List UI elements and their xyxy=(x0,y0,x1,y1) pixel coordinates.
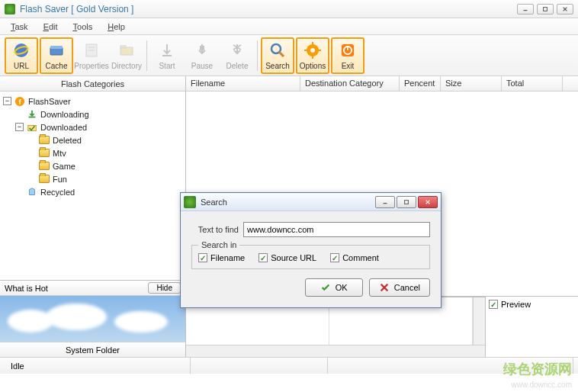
app-icon xyxy=(5,4,15,14)
x-icon xyxy=(379,282,390,293)
dialog-maximize-button[interactable] xyxy=(397,196,416,208)
search-in-group: Search in ✓Filename ✓Source URL ✓Comment xyxy=(191,245,430,269)
column-destination-category[interactable]: Destination Category xyxy=(300,76,400,91)
dialog-minimize-button[interactable] xyxy=(375,196,395,208)
window-title: Flash Saver [ Gold Version ] xyxy=(20,4,133,14)
svg-rect-14 xyxy=(200,46,201,50)
check-icon xyxy=(320,282,331,293)
maximize-button[interactable] xyxy=(537,4,554,14)
options-icon xyxy=(303,40,323,60)
toolbar-directory-button: Directory xyxy=(110,37,143,74)
props-icon xyxy=(82,40,101,60)
dialog-titlebar[interactable]: Search xyxy=(181,193,441,211)
ok-button[interactable]: OK xyxy=(305,278,363,297)
close-button[interactable] xyxy=(557,4,573,14)
toolbar-pause-button: Pause xyxy=(185,37,219,74)
categories-header: Flash Categories xyxy=(0,76,185,92)
svg-rect-31 xyxy=(29,116,36,117)
column-size[interactable]: Size xyxy=(441,76,502,91)
search-in-title: Search in xyxy=(198,240,239,249)
preview-label: Preview xyxy=(501,300,531,309)
minimize-button[interactable] xyxy=(517,4,534,14)
tree-deleted[interactable]: Deleted xyxy=(3,133,182,146)
toolbar-search-button[interactable]: Search xyxy=(261,37,294,74)
toolbar: URLCachePropertiesDirectoryStartPauseDel… xyxy=(0,35,578,76)
hide-button[interactable]: Hide xyxy=(148,282,181,294)
tree-downloading[interactable]: Downloading xyxy=(3,108,182,120)
toolbar-separator xyxy=(146,40,147,71)
column-pencent[interactable]: Pencent xyxy=(400,76,441,91)
filename-checkbox[interactable]: ✓Filename xyxy=(198,253,245,262)
dialog-icon xyxy=(184,196,196,208)
tree-downloaded[interactable]: −Downloaded xyxy=(3,120,182,133)
svg-rect-7 xyxy=(50,46,63,49)
menu-task[interactable]: Task xyxy=(3,20,36,34)
source-url-checkbox[interactable]: ✓Source URL xyxy=(258,253,316,262)
toolbar-cache-button[interactable]: Cache xyxy=(40,37,73,74)
tree-mtv[interactable]: Mtv xyxy=(3,146,182,159)
delete-icon xyxy=(227,40,247,60)
titlebar: Flash Saver [ Gold Version ] xyxy=(0,0,578,18)
menu-edit[interactable]: Edit xyxy=(36,20,66,34)
toolbar-delete-button: Delete xyxy=(220,37,254,74)
horizontal-scrollbar[interactable] xyxy=(186,345,485,357)
vertical-scrollbar[interactable] xyxy=(473,297,485,345)
svg-rect-1 xyxy=(544,7,547,11)
svg-rect-34 xyxy=(405,200,409,204)
tree-recycled[interactable]: Recycled xyxy=(3,185,182,198)
dir-icon xyxy=(117,40,136,60)
toolbar-properties-button: Properties xyxy=(75,37,108,74)
expand-icon[interactable]: − xyxy=(15,123,24,131)
tree-game[interactable]: Game xyxy=(3,159,182,172)
menu-help[interactable]: Help xyxy=(100,20,133,34)
tree-fun[interactable]: Fun xyxy=(3,172,182,185)
system-folder-label: System Folder xyxy=(0,342,185,357)
preview-checkbox[interactable]: ✓ Preview xyxy=(489,300,575,309)
pause-icon xyxy=(192,40,212,60)
menubar: TaskEditToolsHelp xyxy=(0,18,578,35)
tree-root[interactable]: −fFlashSaver xyxy=(3,95,182,108)
cache-icon xyxy=(47,40,66,60)
svg-rect-15 xyxy=(203,46,204,50)
status-text: Idle xyxy=(5,358,191,374)
watermark-url: www.downcc.com xyxy=(512,381,572,389)
text-to-find-label: Text to find xyxy=(191,225,239,234)
text-to-find-input[interactable] xyxy=(243,222,430,237)
expand-icon[interactable]: − xyxy=(3,97,11,105)
toolbar-url-button[interactable]: URL xyxy=(5,37,38,74)
ie-icon xyxy=(11,40,31,60)
dialog-close-button[interactable] xyxy=(418,196,438,208)
hot-image xyxy=(0,296,185,342)
left-panel: Flash Categories −fFlashSaverDownloading… xyxy=(0,76,186,357)
column-total[interactable]: Total xyxy=(502,76,563,91)
statusbar: Idle xyxy=(0,357,578,374)
menu-tools[interactable]: Tools xyxy=(66,20,101,34)
toolbar-exit-button[interactable]: Exit xyxy=(331,37,364,74)
svg-point-21 xyxy=(310,48,315,53)
toolbar-options-button[interactable]: Options xyxy=(296,37,329,74)
search-icon xyxy=(268,40,287,60)
search-dialog: Search Text to find Search in ✓Filename … xyxy=(180,192,442,308)
category-tree[interactable]: −fFlashSaverDownloading−DownloadedDelete… xyxy=(0,92,185,280)
whats-hot-label: What is Hot xyxy=(5,284,48,293)
comment-checkbox[interactable]: ✓Comment xyxy=(330,253,379,262)
start-icon xyxy=(157,40,177,60)
exit-icon xyxy=(338,40,358,60)
column-headers: FilenameDestination CategoryPencentSizeT… xyxy=(186,76,578,92)
column-filename[interactable]: Filename xyxy=(186,76,300,91)
cancel-button[interactable]: Cancel xyxy=(369,278,430,297)
toolbar-start-button: Start xyxy=(150,37,184,74)
preview-panel: ✓ Preview xyxy=(485,297,578,357)
toolbar-separator xyxy=(257,40,258,71)
svg-line-19 xyxy=(279,52,284,56)
dialog-title: Search xyxy=(201,198,227,207)
svg-rect-12 xyxy=(120,46,126,48)
